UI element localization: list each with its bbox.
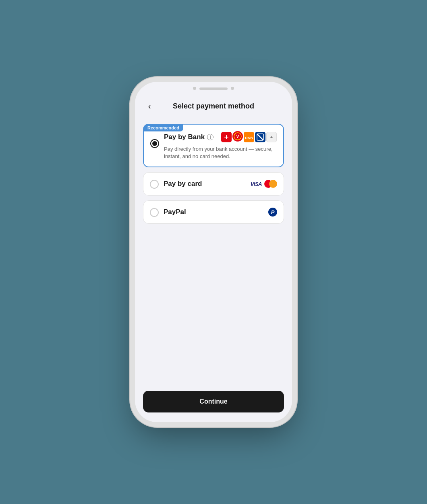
bank-title: Pay by Bank [164, 133, 205, 141]
paypal-logo-container: P [268, 208, 277, 217]
card-radio[interactable] [150, 180, 159, 189]
sparkasse-logo [221, 132, 232, 142]
paypal-logo: P [268, 208, 277, 217]
volksbank-logo: V [232, 131, 243, 143]
bottom-area: Continue [135, 386, 292, 422]
svg-rect-2 [226, 135, 227, 139]
notch-dot-1 [193, 87, 196, 90]
mastercard-logo [264, 180, 277, 188]
card-option-row: Pay by card VISA [150, 179, 277, 189]
radio-inner [152, 141, 157, 146]
svg-text:DKB: DKB [245, 136, 253, 140]
bank-logos: V DKB [221, 131, 277, 143]
phone-frame: ‹ Select payment method Recommended Pay … [135, 82, 292, 422]
page-title: Select payment method [156, 102, 271, 110]
mastercard-orange-circle [269, 180, 277, 188]
paypal-title: PayPal [164, 208, 186, 216]
recommended-badge: Recommended [143, 124, 183, 131]
visa-logo: VISA [251, 181, 262, 187]
bank-radio[interactable] [150, 139, 159, 148]
info-icon[interactable]: i [207, 134, 214, 140]
phone-notch [135, 82, 292, 93]
back-button[interactable]: ‹ [143, 100, 156, 112]
deutsche-bank-logo [255, 132, 265, 142]
notch-bar [199, 87, 228, 90]
bank-title-row: Pay by Bank i [164, 131, 277, 143]
card-title: Pay by card [164, 180, 202, 188]
more-banks-button[interactable]: + [266, 132, 277, 142]
paypal-option-row: PayPal P [150, 207, 277, 217]
payment-option-card[interactable]: Pay by card VISA [143, 172, 284, 196]
card-logos: VISA [251, 180, 277, 188]
payment-option-bank[interactable]: Recommended Pay by Bank i [143, 124, 284, 167]
paypal-radio[interactable] [150, 208, 159, 217]
svg-text:V: V [236, 134, 239, 139]
bank-option-row: Pay by Bank i [150, 131, 277, 160]
main-content: Recommended Pay by Bank i [135, 117, 292, 386]
payment-option-paypal[interactable]: PayPal P [143, 200, 284, 224]
bank-title-left: Pay by Bank i [164, 133, 214, 141]
dkb-logo: DKB [244, 132, 254, 142]
phone-content: ‹ Select payment method Recommended Pay … [135, 93, 292, 422]
bank-info: Pay by Bank i [164, 131, 277, 160]
notch-dot-2 [231, 87, 234, 90]
bank-description: Pay directly from your bank account — se… [164, 146, 277, 160]
visa-mastercard-logos: VISA [251, 180, 277, 188]
header: ‹ Select payment method [135, 93, 292, 117]
continue-button[interactable]: Continue [143, 391, 284, 412]
